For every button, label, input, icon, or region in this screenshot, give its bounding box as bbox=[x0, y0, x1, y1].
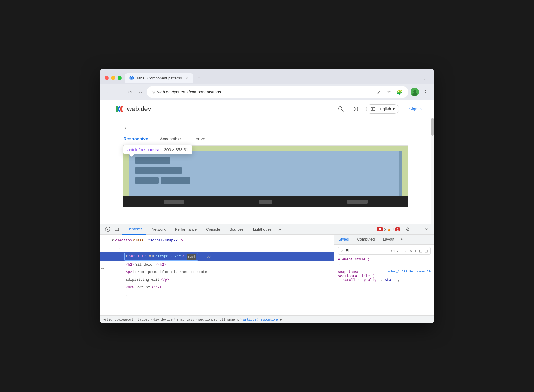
rule2-source[interactable]: index_1c583…8e.frame:50 bbox=[386, 270, 431, 273]
browser-menu-button[interactable]: ⋮ bbox=[421, 88, 429, 96]
breadcrumb-item-3[interactable]: snap-tabs bbox=[177, 318, 194, 321]
maximize-button[interactable] bbox=[118, 76, 122, 80]
filter-cls[interactable]: .cls bbox=[404, 249, 412, 253]
back-button[interactable]: ← bbox=[105, 88, 113, 96]
error-icon: ✖ bbox=[377, 227, 383, 231]
devtools-tab-performance[interactable]: Performance bbox=[171, 224, 201, 235]
breadcrumb-item-active[interactable]: article#responsive bbox=[243, 318, 278, 321]
tree-line-h2[interactable]: <h2>Sit dolor</h2> bbox=[100, 261, 334, 269]
tree-line-h2-2[interactable]: <h2>Lore sf</h2> bbox=[100, 284, 334, 292]
devtools-tab-elements[interactable]: Elements bbox=[122, 224, 146, 235]
tag-article: <article bbox=[129, 253, 146, 260]
tooltip-element-name: article#responsive bbox=[127, 147, 161, 152]
rule2-prop-val: start bbox=[385, 278, 395, 282]
svg-point-3 bbox=[413, 90, 416, 93]
svg-point-10 bbox=[355, 108, 357, 110]
style-rule-element: element.style { } bbox=[338, 258, 431, 266]
forward-button[interactable]: → bbox=[115, 88, 123, 96]
bookmark-icon[interactable]: ☆ bbox=[385, 88, 393, 96]
filter-add-rule[interactable]: + bbox=[414, 248, 417, 253]
search-button[interactable] bbox=[336, 104, 346, 114]
styles-tabs-more[interactable]: » bbox=[398, 235, 405, 244]
tab-responsive[interactable]: Responsive bbox=[123, 136, 148, 145]
close-button[interactable] bbox=[105, 76, 109, 80]
devtools-more-button[interactable]: ⋮ bbox=[413, 225, 421, 234]
page-scrollbar[interactable] bbox=[431, 118, 434, 224]
styles-tab-styles[interactable]: Styles bbox=[334, 235, 353, 244]
device-icon bbox=[115, 227, 119, 232]
url-bar[interactable]: ⊙ web.dev/patterns/components/tabs ⤢ ☆ 🧩 bbox=[147, 86, 408, 98]
tree-line-section[interactable]: ▼ <section class="scroll-snap-x" > bbox=[100, 237, 334, 245]
scrollbar-thumb[interactable] bbox=[431, 118, 434, 136]
demo-bar-2 bbox=[135, 167, 182, 174]
devtools-close-button[interactable]: × bbox=[422, 225, 431, 234]
breadcrumb-arrow-left[interactable]: ◀ bbox=[103, 318, 106, 321]
demo-nav-3 bbox=[347, 200, 368, 204]
tab-more-button[interactable]: ⌄ bbox=[420, 73, 429, 83]
active-tab[interactable]: Tabs | Component patterns × bbox=[125, 73, 193, 83]
tree-line-dots1: ... bbox=[100, 245, 334, 252]
styles-tab-computed[interactable]: Computed bbox=[353, 235, 379, 244]
url-security-icon: ⊙ bbox=[152, 90, 155, 94]
breadcrumb-arrow-right[interactable]: ▶ bbox=[280, 318, 282, 321]
tooltip-arrow bbox=[129, 154, 134, 157]
svg-line-17 bbox=[354, 110, 355, 111]
demo-bar-3 bbox=[135, 177, 159, 184]
hamburger-menu-button[interactable]: ≡ bbox=[107, 106, 110, 112]
open-in-new-tab-icon[interactable]: ⤢ bbox=[374, 88, 382, 96]
profile-avatar[interactable] bbox=[411, 88, 419, 96]
page-content: ≡ web.dev bbox=[100, 100, 434, 323]
demo-nav-1 bbox=[164, 200, 184, 204]
devtools-tab-network[interactable]: Network bbox=[147, 224, 170, 235]
home-button[interactable]: ⌂ bbox=[136, 88, 144, 96]
language-selector[interactable]: English ▾ bbox=[366, 104, 399, 114]
tooltip-box: article#responsive 300 × 353.31 bbox=[123, 145, 192, 154]
breadcrumb-item-4[interactable]: section.scroll-snap-x bbox=[198, 318, 239, 321]
devtools-tab-lighthouse[interactable]: Lighthouse bbox=[249, 224, 276, 235]
page-main: ← Responsive Accessible Horizo… bbox=[100, 118, 431, 224]
devtools-settings-button[interactable]: ⚙ bbox=[404, 225, 412, 234]
styles-panel: Styles Computed Layout » ⊿ bbox=[334, 235, 434, 315]
element-style-selector: element.style { bbox=[338, 258, 431, 262]
toggle-element-state-button[interactable]: ⊟ bbox=[424, 248, 428, 253]
tab-horizontal[interactable]: Horizo… bbox=[193, 136, 210, 145]
devtools-tab-sources[interactable]: Sources bbox=[225, 224, 248, 235]
dollar-zero: == $0 bbox=[202, 253, 211, 260]
inspect-element-button[interactable] bbox=[103, 225, 112, 234]
new-style-rule-button[interactable]: ⊞ bbox=[419, 248, 423, 253]
refresh-button[interactable]: ↺ bbox=[126, 88, 134, 96]
style-rule-snaptabs: snap-tabs> section>article { index_1c583… bbox=[338, 270, 431, 282]
tree-line-article[interactable]: ... ▼ <article id="responsive" > scroll … bbox=[100, 252, 334, 261]
devtools-tabs-more[interactable]: » bbox=[277, 224, 283, 234]
red-badge: 2 bbox=[395, 227, 400, 231]
signin-button[interactable]: Sign in bbox=[404, 104, 427, 114]
demo-nav-2 bbox=[259, 200, 272, 204]
demo-scroll-indicator bbox=[399, 151, 402, 200]
tab-close-button[interactable]: × bbox=[184, 76, 189, 80]
filter-bar[interactable]: ⊿ Filter :hov .cls + ⊞ ⊟ bbox=[338, 247, 431, 255]
page-back-button[interactable]: ← bbox=[123, 124, 130, 132]
warning-icon: ▲ bbox=[387, 227, 391, 232]
filter-hov[interactable]: :hov bbox=[391, 249, 399, 253]
device-toolbar-button[interactable] bbox=[113, 225, 121, 234]
extension-icon[interactable]: 🧩 bbox=[395, 88, 404, 96]
globe-icon bbox=[370, 106, 376, 112]
breadcrumb-item-2[interactable]: div.device bbox=[153, 318, 173, 321]
new-tab-button[interactable]: + bbox=[194, 73, 204, 83]
webdev-logo[interactable]: web.dev bbox=[115, 104, 151, 114]
svg-point-25 bbox=[107, 229, 108, 230]
sun-icon bbox=[353, 106, 359, 112]
styles-tab-layout[interactable]: Layout bbox=[379, 235, 398, 244]
rule2-selector-line2: section>article { bbox=[338, 274, 374, 278]
breadcrumb-item-1[interactable]: light.viewport--tablet bbox=[107, 318, 149, 321]
title-bar: Tabs | Component patterns × + ⌄ bbox=[100, 69, 434, 84]
devtools-tab-console[interactable]: Console bbox=[202, 224, 224, 235]
tab-accessible[interactable]: Accessible bbox=[160, 136, 181, 145]
theme-toggle-button[interactable] bbox=[351, 104, 361, 114]
tag-section: <section bbox=[115, 238, 132, 244]
devtools-main: ▼ <section class="scroll-snap-x" > ... .… bbox=[100, 235, 434, 315]
tree-line-p[interactable]: <p>Lorem ipsum dolor sit amet consectet bbox=[100, 269, 334, 276]
left-dots: ... bbox=[101, 265, 104, 270]
minimize-button[interactable] bbox=[111, 76, 115, 80]
tab-favicon bbox=[129, 76, 134, 80]
